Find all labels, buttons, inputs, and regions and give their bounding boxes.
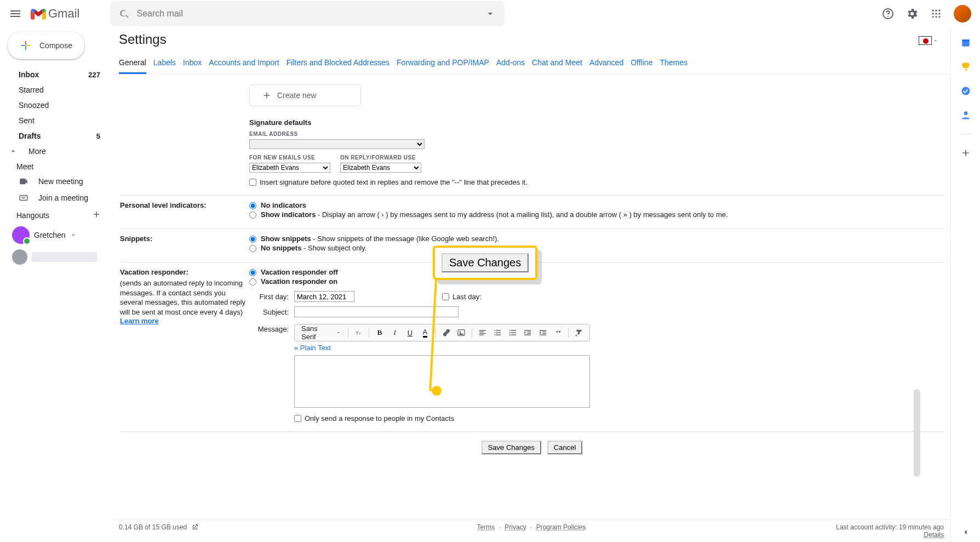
signature-section: Create new Signature defaults EMAIL ADDR… xyxy=(120,79,944,196)
tab-forwarding[interactable]: Forwarding and POP/IMAP xyxy=(397,54,489,74)
radio-label: Show snippets xyxy=(261,235,311,243)
tab-accounts[interactable]: Accounts and Import xyxy=(209,54,279,74)
new-emails-label: FOR NEW EMAILS USE xyxy=(249,155,330,161)
search-bar[interactable] xyxy=(110,1,505,26)
indicators-none-radio[interactable] xyxy=(249,202,256,209)
tab-labels[interactable]: Labels xyxy=(153,54,176,74)
last-day-checkbox[interactable] xyxy=(442,293,449,300)
save-changes-button[interactable]: Save Changes xyxy=(482,441,541,454)
reply-forward-select[interactable]: Elizabeth Evans xyxy=(340,163,421,173)
hangouts-contact[interactable] xyxy=(4,247,112,267)
tab-advanced[interactable]: Advanced xyxy=(589,54,623,74)
hangouts-add-icon[interactable] xyxy=(91,209,101,221)
bullet-list-icon[interactable] xyxy=(506,326,520,340)
cancel-button[interactable]: Cancel xyxy=(547,441,582,454)
tab-inbox[interactable]: Inbox xyxy=(183,54,202,74)
chevron-down-icon xyxy=(336,330,341,335)
settings-scroll[interactable]: Create new Signature defaults EMAIL ADDR… xyxy=(112,75,950,520)
terms-link[interactable]: Terms xyxy=(477,523,495,531)
underline-icon[interactable]: U xyxy=(403,326,417,340)
align-icon[interactable] xyxy=(475,326,490,340)
tab-offline[interactable]: Offline xyxy=(631,54,652,74)
svg-rect-19 xyxy=(962,39,969,41)
tab-filters[interactable]: Filters and Blocked Addresses xyxy=(286,54,389,74)
scrollbar[interactable] xyxy=(914,279,920,499)
vacation-message-body[interactable] xyxy=(294,355,590,408)
image-icon[interactable] xyxy=(454,326,468,340)
italic-icon[interactable]: I xyxy=(388,326,402,340)
contacts-icon[interactable] xyxy=(960,110,971,121)
apps-icon[interactable] xyxy=(930,7,943,20)
new-emails-select[interactable]: Elizabeth Evans xyxy=(249,163,330,173)
policies-link[interactable]: Program Policies xyxy=(536,523,586,531)
keep-icon[interactable] xyxy=(960,61,971,72)
sidebar-item-starred[interactable]: Starred xyxy=(4,82,112,98)
sidebar-item-sent[interactable]: Sent xyxy=(4,113,112,128)
indent-less-icon[interactable] xyxy=(521,326,535,340)
tab-general[interactable]: General xyxy=(119,54,146,74)
sidebar-item-join-meeting[interactable]: Join a meeting xyxy=(4,190,112,206)
remove-formatting-icon[interactable] xyxy=(572,326,586,340)
quote-icon[interactable] xyxy=(551,326,565,340)
sidebar-item-new-meeting[interactable]: New meeting xyxy=(4,173,112,190)
numbered-list-icon[interactable] xyxy=(491,326,505,340)
details-link[interactable]: Details xyxy=(924,531,944,539)
indicators-show-radio[interactable] xyxy=(249,212,256,219)
input-method-icon[interactable] xyxy=(916,34,941,47)
app-header: Gmail xyxy=(0,0,980,27)
sidebar-item-inbox[interactable]: Inbox 227 xyxy=(4,67,112,82)
font-size-icon[interactable]: TT xyxy=(352,326,366,340)
text-color-icon[interactable]: A xyxy=(418,326,432,340)
gmail-logo[interactable]: Gmail xyxy=(31,7,79,21)
sidebar-item-more[interactable]: More xyxy=(4,144,112,159)
svg-point-5 xyxy=(932,13,934,14)
avatar-icon xyxy=(12,249,27,265)
calendar-icon[interactable] xyxy=(960,37,971,48)
font-select[interactable]: Sans Serif xyxy=(298,324,345,341)
folder-label: Inbox xyxy=(19,70,39,79)
bottom-buttons: Save Changes Cancel xyxy=(120,432,944,471)
get-addons-icon[interactable] xyxy=(960,147,971,158)
tab-themes[interactable]: Themes xyxy=(660,54,687,74)
insert-before-quoted-checkbox[interactable] xyxy=(249,179,256,186)
snippets-no-radio[interactable] xyxy=(249,245,256,252)
tab-chat[interactable]: Chat and Meet xyxy=(532,54,582,74)
svg-text:T: T xyxy=(356,330,359,336)
first-day-input[interactable] xyxy=(294,291,354,302)
link-icon[interactable] xyxy=(439,326,454,340)
tasks-icon[interactable] xyxy=(960,85,971,96)
support-icon[interactable] xyxy=(881,7,895,20)
hamburger-icon[interactable] xyxy=(9,7,22,20)
activity-text: Last account activity: 19 minutes ago xyxy=(836,523,944,531)
folder-label: More xyxy=(28,147,46,156)
tab-addons[interactable]: Add-ons xyxy=(496,54,525,74)
account-avatar[interactable] xyxy=(954,5,971,22)
search-input[interactable] xyxy=(136,9,478,19)
collapse-panel-icon[interactable] xyxy=(960,527,971,538)
only-contacts-label: Only send a response to people in my Con… xyxy=(305,414,454,423)
side-panel xyxy=(950,27,980,542)
sidebar-item-snoozed[interactable]: Snoozed xyxy=(4,98,112,113)
hangouts-self[interactable]: Gretchen xyxy=(4,223,112,247)
bold-icon[interactable]: B xyxy=(372,326,387,340)
vacation-on-radio[interactable] xyxy=(249,278,256,286)
scrollbar-thumb[interactable] xyxy=(914,389,920,477)
only-contacts-checkbox[interactable] xyxy=(294,415,301,422)
email-address-select[interactable] xyxy=(249,139,425,149)
indent-more-icon[interactable] xyxy=(536,326,550,340)
compose-plus-icon xyxy=(20,39,32,52)
chevron-down-icon[interactable] xyxy=(70,232,77,238)
sidebar-item-drafts[interactable]: Drafts 5 xyxy=(4,128,112,144)
row-label: Vacation responder: (sends an automated … xyxy=(120,268,249,423)
item-label: New meeting xyxy=(38,177,83,186)
create-new-signature-button[interactable]: Create new xyxy=(249,84,361,106)
snippets-show-radio[interactable] xyxy=(249,236,256,243)
privacy-link[interactable]: Privacy xyxy=(505,523,526,531)
search-options-icon[interactable] xyxy=(485,8,496,19)
learn-more-link[interactable]: Learn more xyxy=(120,317,159,325)
plain-text-link[interactable]: « Plain Text xyxy=(294,344,331,352)
vacation-off-radio[interactable] xyxy=(249,269,256,276)
compose-button[interactable]: Compose xyxy=(8,32,84,59)
gear-icon[interactable] xyxy=(906,7,919,20)
open-in-new-icon[interactable] xyxy=(191,523,199,531)
